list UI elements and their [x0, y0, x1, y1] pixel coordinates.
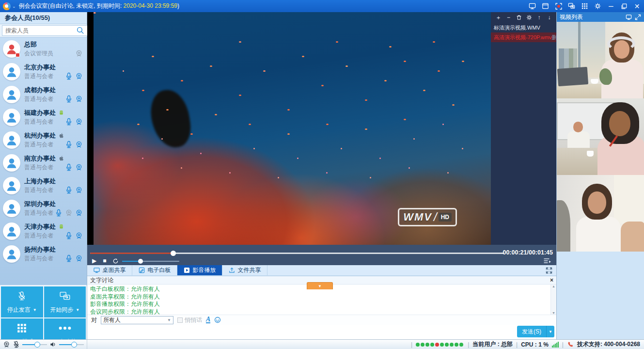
mic-icon[interactable] [65, 141, 73, 148]
playlist-settings-icon[interactable] [526, 15, 532, 21]
tab-file-share[interactable]: 文件共享 [222, 265, 267, 275]
playlist-toggle-icon[interactable] [544, 258, 551, 264]
mic-icon[interactable] [65, 72, 73, 80]
send-button[interactable]: 发送(S) ▼ [517, 326, 554, 337]
mic-icon[interactable] [65, 118, 73, 126]
participant-row-admin[interactable]: 总部 会议管理员 [0, 37, 87, 60]
camera-status-icon[interactable] [3, 341, 10, 348]
stop-button[interactable]: ■ [103, 257, 106, 264]
mic-icon[interactable] [65, 95, 73, 103]
record-icon[interactable] [554, 2, 563, 10]
sync-screens-icon[interactable] [567, 2, 576, 10]
settings-gear-icon[interactable] [594, 2, 602, 10]
camera-icon[interactable] [75, 118, 83, 126]
camera-icon[interactable] [75, 232, 83, 239]
camera-icon[interactable] [75, 209, 83, 217]
mic-volume-thumb[interactable] [34, 342, 40, 348]
display-grid-icon[interactable] [581, 2, 589, 10]
whisper-checkbox[interactable] [177, 317, 183, 323]
player-volume-slider[interactable] [122, 261, 179, 262]
camera-icon[interactable] [75, 186, 83, 194]
participant-row[interactable]: 深圳办事处 普通与会者 [0, 197, 87, 220]
stop-speaking-button[interactable]: 停止发言▼ [1, 286, 43, 317]
replay-button[interactable] [112, 258, 119, 264]
volume-thumb[interactable] [138, 259, 143, 264]
playlist-move-up-icon[interactable]: ↑ [536, 15, 542, 21]
playlist-move-down-icon[interactable]: ↓ [546, 15, 552, 21]
send-options-caret[interactable]: ▼ [546, 326, 554, 337]
seek-thumb[interactable] [171, 251, 176, 256]
camera-icon[interactable] [75, 72, 83, 80]
seek-bar[interactable] [90, 253, 504, 254]
video-thumbnail[interactable] [557, 175, 644, 252]
mic-icon[interactable] [65, 232, 73, 239]
participant-row[interactable]: 上海办事处 普通与会者 [0, 174, 87, 197]
media-video-frame[interactable]: WMV / HD [94, 12, 491, 245]
chat-collapse-handle[interactable]: ▼ [307, 282, 333, 289]
search-input[interactable] [2, 25, 88, 36]
camera-icon[interactable] [75, 49, 83, 57]
chat-scrollbar[interactable]: ▲▼ [550, 285, 556, 315]
speaker-volume-thumb[interactable] [71, 342, 77, 348]
participant-role: 普通与会者 [24, 141, 53, 149]
camera-icon[interactable] [75, 163, 83, 171]
mic-volume-slider[interactable] [22, 342, 47, 348]
participant-row[interactable]: 南京办事处 普通与会者 [0, 151, 87, 174]
participant-row[interactable]: 天津办事处 普通与会者 [0, 220, 87, 242]
participant-role: 普通与会者 [24, 163, 53, 172]
screen-share-icon[interactable] [528, 2, 536, 10]
recipient-select[interactable]: 所有人 ▼ [101, 316, 173, 324]
expand-panel-icon[interactable] [635, 14, 641, 20]
participant-name: 扬州办事处 [24, 245, 56, 254]
titlebar: ⌄ 例会会议室(自由讨论, 未锁定, 到期时间: 2020-04-30 23:5… [0, 0, 644, 12]
camera-disabled-icon[interactable] [65, 209, 73, 217]
participant-row[interactable]: 福建办事处 普通与会者 [0, 106, 87, 128]
minimize-button[interactable] [607, 2, 615, 10]
tab-desktop-share[interactable]: 桌面共享 [87, 265, 132, 275]
camera-icon[interactable] [75, 141, 83, 148]
speaker-icon[interactable] [49, 341, 57, 348]
tab-media-playback[interactable]: 影音播放 [177, 265, 222, 275]
whisper-option[interactable]: 悄悄话 [177, 316, 202, 324]
mic-icon[interactable] [65, 254, 73, 262]
thumbnail-art [607, 36, 635, 51]
fullscreen-icon[interactable] [546, 267, 552, 274]
tab-whiteboard[interactable]: 电子白板 [132, 265, 177, 275]
start-sync-button[interactable]: 开始同步▼ [44, 286, 86, 317]
dropdown-caret-icon[interactable]: ▼ [33, 308, 37, 312]
font-format-icon[interactable]: A [206, 317, 210, 323]
scroll-down-icon[interactable]: ▼ [552, 311, 555, 315]
video-wall-icon[interactable] [626, 14, 632, 20]
mic-icon[interactable] [55, 209, 63, 217]
playlist-item-selected[interactable]: 高清演示视频-720P.wmv删除 [491, 32, 556, 42]
scroll-up-icon[interactable]: ▲ [552, 285, 555, 288]
playlist-remove-icon[interactable]: − [505, 15, 512, 21]
video-thumbnail[interactable] [557, 98, 644, 175]
close-button[interactable]: ✕ [633, 2, 641, 10]
participant-row[interactable]: 北京办事处 普通与会者 [0, 60, 87, 83]
mic-icon[interactable] [65, 163, 73, 171]
participant-row[interactable]: 成都办事处 普通与会者 [0, 83, 87, 106]
video-thumbnail[interactable] [557, 22, 644, 98]
mic-muted-status-icon[interactable] [13, 341, 20, 348]
mic-icon[interactable] [65, 186, 73, 194]
playlist-trash-icon[interactable] [516, 15, 522, 21]
camera-icon[interactable] [75, 95, 83, 103]
search-icon[interactable] [76, 26, 85, 35]
playlist-add-icon[interactable]: ＋ [495, 15, 502, 21]
delete-file-link[interactable]: 删除 [552, 34, 556, 41]
speaker-volume-slider[interactable] [59, 342, 84, 348]
participant-row[interactable]: 扬州办事处 普通与会者 [0, 242, 87, 265]
window-mode-icon[interactable] [541, 2, 550, 10]
dropdown-caret-icon[interactable]: ▼ [76, 308, 79, 312]
chat-close-icon[interactable]: × [550, 277, 553, 284]
play-button[interactable]: ▶ [92, 257, 96, 264]
logo-dropdown-icon[interactable]: ⌄ [12, 4, 16, 9]
playlist-item[interactable]: 标清演示视频.WMV [491, 23, 556, 32]
chat-input-area[interactable]: 发送(S) ▼ [87, 325, 556, 339]
maximize-button[interactable] [620, 2, 628, 10]
emoji-icon[interactable] [214, 317, 221, 323]
media-play-icon [184, 267, 190, 273]
participant-row[interactable]: 杭州办事处 普通与会者 [0, 128, 87, 151]
camera-icon[interactable] [75, 254, 83, 262]
